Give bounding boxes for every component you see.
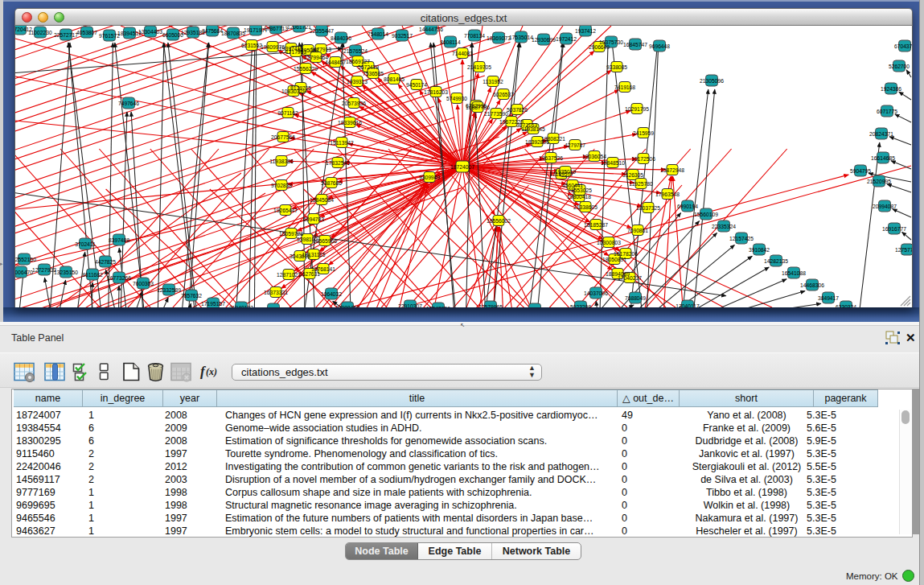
svg-text:17040117: 17040117 xyxy=(676,303,700,308)
svg-text:18339616: 18339616 xyxy=(338,120,362,126)
svg-text:20994087: 20994087 xyxy=(873,204,897,209)
svg-text:18050891: 18050891 xyxy=(602,257,626,262)
svg-text:18556002: 18556002 xyxy=(487,218,511,224)
svg-text:7536585: 7536585 xyxy=(363,71,384,76)
svg-text:22910307: 22910307 xyxy=(398,303,422,308)
svg-text:5037826: 5037826 xyxy=(507,107,528,113)
svg-text:14468306: 14468306 xyxy=(800,282,824,288)
svg-text:16845747: 16845747 xyxy=(623,42,647,47)
svg-text:9696448: 9696448 xyxy=(649,43,670,49)
svg-text:7857632: 7857632 xyxy=(181,293,202,299)
svg-text:8608114: 8608114 xyxy=(440,39,461,45)
svg-text:18037325: 18037325 xyxy=(636,205,660,211)
svg-text:3126305: 3126305 xyxy=(622,172,643,178)
svg-text:17867713: 17867713 xyxy=(264,26,288,31)
svg-text:6330324: 6330324 xyxy=(836,304,856,308)
svg-text:17832545: 17832545 xyxy=(326,160,350,166)
svg-text:20824371: 20824371 xyxy=(869,131,893,137)
svg-text:8611682: 8611682 xyxy=(82,272,103,278)
svg-text:1937412: 1937412 xyxy=(575,28,596,34)
svg-text:21419705: 21419705 xyxy=(467,64,491,70)
svg-text:21338605: 21338605 xyxy=(573,204,598,210)
svg-text:17195157: 17195157 xyxy=(201,301,225,307)
svg-text:16916777: 16916777 xyxy=(882,226,906,232)
svg-text:21773590: 21773590 xyxy=(484,111,508,117)
svg-text:10291795: 10291795 xyxy=(625,106,649,112)
svg-text:18185287: 18185287 xyxy=(584,222,608,228)
svg-text:21553025: 21553025 xyxy=(568,187,592,193)
svg-text:6231552: 6231552 xyxy=(241,43,262,48)
svg-text:11002230: 11002230 xyxy=(28,30,52,35)
svg-text:7144081: 7144081 xyxy=(452,51,473,56)
svg-text:13304403: 13304403 xyxy=(138,29,162,35)
svg-text:16006470: 16006470 xyxy=(15,270,33,275)
svg-text:22355447: 22355447 xyxy=(310,28,334,34)
svg-text:4279787: 4279787 xyxy=(565,142,585,148)
svg-text:13235150: 13235150 xyxy=(54,270,78,275)
svg-text:18808221: 18808221 xyxy=(541,136,565,142)
svg-text:11938145: 11938145 xyxy=(521,126,545,132)
svg-text:16172506: 16172506 xyxy=(631,156,655,162)
svg-text:5749930: 5749930 xyxy=(446,96,467,101)
svg-text:11938386: 11938386 xyxy=(269,159,294,164)
svg-text:14037096: 14037096 xyxy=(584,290,608,296)
svg-text:19637536: 19637536 xyxy=(539,155,563,161)
svg-text:21520995: 21520995 xyxy=(867,179,891,184)
svg-text:9702838: 9702838 xyxy=(271,183,292,188)
svg-text:12757725: 12757725 xyxy=(895,247,912,253)
svg-text:8484036: 8484036 xyxy=(331,35,351,41)
svg-text:1924386: 1924386 xyxy=(881,86,901,92)
svg-text:10830329: 10830329 xyxy=(281,89,306,94)
svg-text:3702411: 3702411 xyxy=(75,241,96,247)
svg-text:1064032: 1064032 xyxy=(321,291,342,297)
svg-text:7548014: 7548014 xyxy=(368,31,388,37)
svg-text:18131115: 18131115 xyxy=(302,252,326,257)
svg-text:15556229: 15556229 xyxy=(294,66,318,72)
svg-text:1972412: 1972412 xyxy=(556,36,577,42)
svg-text:16773266: 16773266 xyxy=(107,275,131,281)
svg-text:18565966: 18565966 xyxy=(313,238,337,244)
svg-text:12727933: 12727933 xyxy=(32,267,56,273)
svg-text:17816203: 17816203 xyxy=(424,89,448,95)
svg-text:7600363: 7600363 xyxy=(133,281,154,286)
svg-text:21576524: 21576524 xyxy=(343,48,368,54)
svg-text:7688049: 7688049 xyxy=(625,295,646,301)
svg-text:9032517: 9032517 xyxy=(392,33,413,39)
svg-text:8397488: 8397488 xyxy=(109,237,129,243)
svg-text:10300803: 10300803 xyxy=(597,240,621,245)
svg-text:1131952: 1131952 xyxy=(483,79,503,84)
svg-text:(x): (x) xyxy=(206,366,217,377)
svg-text:20573936: 20573936 xyxy=(342,101,366,106)
svg-text:18724007: 18724007 xyxy=(450,164,474,170)
svg-text:7708134: 7708134 xyxy=(464,33,485,39)
svg-text:11925780: 11925780 xyxy=(629,181,653,187)
svg-text:2415959: 2415959 xyxy=(633,130,654,136)
svg-text:20677566: 20677566 xyxy=(271,134,295,140)
svg-text:22579965: 22579965 xyxy=(478,304,503,308)
svg-text:5904795: 5904795 xyxy=(850,168,871,174)
svg-text:21305096: 21305096 xyxy=(700,78,724,84)
svg-text:22335324: 22335324 xyxy=(712,224,736,229)
svg-text:15113942: 15113942 xyxy=(330,140,354,146)
svg-text:5387686: 5387686 xyxy=(321,180,342,186)
svg-text:7497646: 7497646 xyxy=(118,101,139,106)
svg-text:21940193: 21940193 xyxy=(229,305,253,308)
svg-text:17963548: 17963548 xyxy=(655,192,680,197)
svg-text:1627631: 1627631 xyxy=(299,271,320,277)
svg-text:16373331: 16373331 xyxy=(264,290,288,295)
svg-text:4427825: 4427825 xyxy=(95,259,116,265)
svg-text:16614685: 16614685 xyxy=(871,155,895,161)
svg-text:14444736: 14444736 xyxy=(419,27,443,32)
svg-text:19265447: 19265447 xyxy=(273,208,298,213)
svg-text:6071775: 6071775 xyxy=(877,109,897,114)
svg-text:2906649: 2906649 xyxy=(589,44,610,50)
svg-text:18369073: 18369073 xyxy=(487,35,511,41)
svg-text:8081405: 8081405 xyxy=(384,76,405,82)
svg-text:5023298: 5023298 xyxy=(570,304,591,308)
svg-text:15768141: 15768141 xyxy=(311,266,335,272)
svg-text:12332589: 12332589 xyxy=(157,287,181,293)
svg-text:6094783: 6094783 xyxy=(303,216,324,222)
svg-text:1477913: 1477913 xyxy=(310,47,331,52)
svg-text:15059728: 15059728 xyxy=(279,231,303,237)
svg-text:15872948: 15872948 xyxy=(660,167,684,173)
